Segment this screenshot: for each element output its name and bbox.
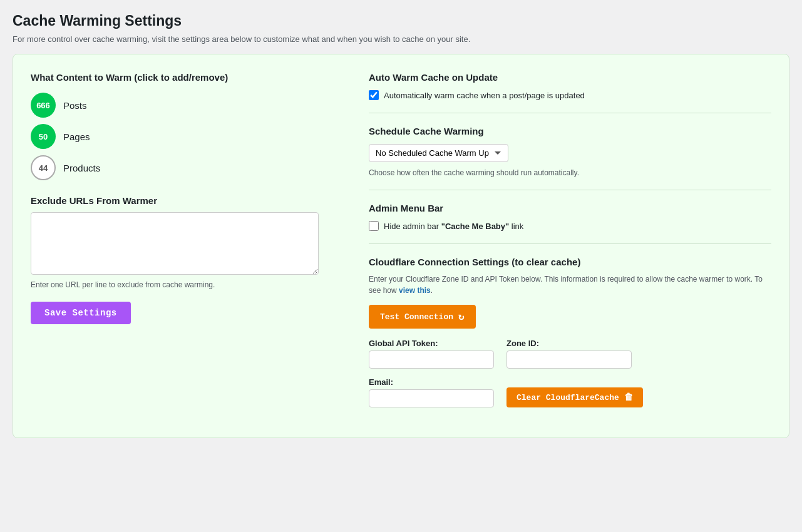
clear-cache-label: Clear CloudflareCache — [517, 393, 619, 402]
auto-warm-title: Auto Warm Cache on Update — [369, 72, 771, 83]
page-description: For more control over cache warming, vis… — [13, 34, 789, 44]
exclude-label: Exclude URLs From Warmer — [31, 195, 331, 206]
cloudflare-title-suffix: (to clear cache) — [509, 257, 580, 267]
products-count: 44 — [39, 163, 48, 173]
email-input[interactable] — [369, 389, 494, 407]
products-label: Products — [63, 163, 100, 173]
page-title: Cache Warming Settings — [13, 13, 789, 29]
content-item-posts[interactable]: 666 Posts — [31, 93, 331, 118]
zone-id-label: Zone ID: — [506, 339, 632, 348]
cloudflare-desc-suffix: . — [431, 286, 433, 295]
save-settings-button[interactable]: Save Settings — [31, 302, 131, 324]
global-api-token-group: Global API Token: — [369, 339, 494, 369]
schedule-select[interactable]: No Scheduled Cache Warm Up Every Hour Ev… — [369, 144, 508, 162]
auto-warm-section: Auto Warm Cache on Update Automatically … — [369, 72, 771, 113]
global-api-token-label: Global API Token: — [369, 339, 494, 348]
posts-label: Posts — [63, 100, 87, 111]
admin-bar-checkbox-row: Hide admin bar "Cache Me Baby" link — [369, 221, 771, 231]
email-label: Email: — [369, 377, 494, 387]
cloudflare-title-main: Cloudflare Connection Settings — [369, 257, 509, 267]
content-items-list: 666 Posts 50 Pages 44 Products — [31, 93, 331, 180]
products-badge: 44 — [31, 155, 56, 180]
admin-menu-bar-section: Admin Menu Bar Hide admin bar "Cache Me … — [369, 203, 771, 244]
admin-bar-checkbox[interactable] — [369, 221, 379, 231]
auto-warm-checkbox[interactable] — [369, 90, 379, 100]
content-item-pages[interactable]: 50 Pages — [31, 124, 331, 149]
posts-count: 666 — [36, 101, 50, 110]
email-group: Email: — [369, 377, 494, 407]
refresh-icon: ↻ — [458, 310, 465, 323]
api-token-zone-row: Global API Token: Zone ID: — [369, 339, 771, 369]
content-warm-heading: What Content to Warm (click to add/remov… — [31, 72, 331, 83]
admin-bar-label: Hide admin bar "Cache Me Baby" link — [384, 222, 523, 231]
clear-cloudflare-cache-button[interactable]: Clear CloudflareCache 🗑 — [506, 387, 643, 407]
zone-id-input[interactable] — [506, 350, 632, 369]
pages-label: Pages — [63, 131, 90, 142]
pages-count: 50 — [39, 132, 48, 141]
schedule-section: Schedule Cache Warming No Scheduled Cach… — [369, 126, 771, 190]
pages-badge: 50 — [31, 124, 56, 149]
cloudflare-section: Cloudflare Connection Settings (to clear… — [369, 257, 771, 420]
schedule-title: Schedule Cache Warming — [369, 126, 771, 136]
global-api-token-input[interactable] — [369, 350, 494, 369]
right-column: Auto Warm Cache on Update Automatically … — [369, 72, 771, 420]
exclude-urls-textarea[interactable] — [31, 212, 319, 275]
view-this-link[interactable]: view this — [399, 286, 431, 295]
left-column: What Content to Warm (click to add/remov… — [31, 72, 331, 420]
auto-warm-checkbox-label: Automatically warm cache when a post/pag… — [384, 91, 585, 100]
exclude-hint: Enter one URL per line to exclude from c… — [31, 280, 331, 289]
cloudflare-description: Enter your Cloudflare Zone ID and API To… — [369, 274, 771, 296]
content-item-products[interactable]: 44 Products — [31, 155, 331, 180]
auto-warm-checkbox-row: Automatically warm cache when a post/pag… — [369, 90, 771, 100]
trash-icon: 🗑 — [624, 392, 633, 402]
zone-id-group: Zone ID: — [506, 339, 632, 369]
test-connection-label: Test Connection — [380, 312, 453, 322]
schedule-hint: Choose how often the cache warming shoul… — [369, 168, 771, 177]
email-clear-row: Email: Clear CloudflareCache 🗑 — [369, 377, 771, 407]
cloudflare-title: Cloudflare Connection Settings (to clear… — [369, 257, 771, 267]
test-connection-button[interactable]: Test Connection ↻ — [369, 305, 476, 329]
posts-badge: 666 — [31, 93, 56, 118]
cache-me-baby-text: "Cache Me Baby" — [441, 222, 509, 231]
admin-menu-bar-title: Admin Menu Bar — [369, 203, 771, 213]
main-card: What Content to Warm (click to add/remov… — [13, 54, 789, 438]
